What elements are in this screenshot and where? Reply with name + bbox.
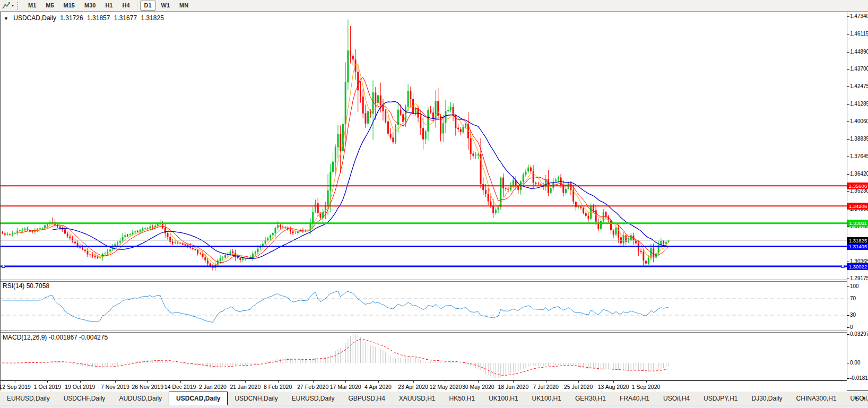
- candle-body: [347, 50, 349, 82]
- candle-body: [312, 212, 314, 223]
- candle-body: [400, 110, 401, 115]
- rsi-scale-100: 100: [850, 283, 859, 290]
- panel-separator-macd[interactable]: [0, 331, 847, 333]
- hline-anchor-marker[interactable]: [2, 265, 5, 268]
- candle-body: [663, 241, 664, 244]
- moving-average-sma21: [53, 102, 669, 259]
- candle-body: [237, 257, 239, 258]
- timeframe-button-h4[interactable]: H4: [118, 1, 134, 11]
- axis-tick: [847, 191, 849, 192]
- price-label-1.37645: 1.37645: [850, 153, 868, 160]
- price-label-1.41285: 1.41285: [850, 101, 868, 107]
- candle-body: [315, 204, 316, 212]
- chart-tab-audusd-daily-2[interactable]: AUDUSD,Daily: [112, 391, 169, 405]
- chart-canvas[interactable]: [0, 12, 847, 391]
- chart-tab-gbpusd-h4-6[interactable]: GBPUSD,H4: [341, 391, 392, 405]
- price-badge-1.31405: 1.31405: [847, 243, 868, 250]
- rsi-panel[interactable]: [0, 291, 847, 323]
- chart-tab-xauusd-h1-7[interactable]: XAUUSD,H1: [392, 391, 442, 405]
- candle-body: [558, 178, 559, 180]
- candle-body: [625, 236, 627, 242]
- candle-body: [175, 242, 176, 243]
- tab-scroll-left-icon[interactable]: ◄: [853, 395, 858, 401]
- toolbar-separator: [137, 2, 137, 10]
- toolbar-grip[interactable]: [17, 2, 20, 10]
- candle-body: [72, 238, 73, 241]
- candle-body: [167, 233, 169, 237]
- candle-body: [357, 72, 359, 90]
- chart-tab-usdcnh-daily-4[interactable]: USDCNH,Daily: [228, 391, 284, 405]
- timeframe-button-mn[interactable]: MN: [175, 1, 193, 11]
- timeframe-button-m30[interactable]: M30: [80, 1, 100, 11]
- timeframe-button-m5[interactable]: M5: [41, 1, 58, 11]
- rsi-line: [3, 291, 669, 323]
- candle-body: [457, 128, 459, 129]
- chart-tab-uk100-h1-10[interactable]: UK100,H1: [525, 391, 568, 405]
- timeframe-button-h1[interactable]: H1: [101, 1, 117, 11]
- candle-body: [352, 56, 354, 59]
- chart-tab-dj30-daily-15[interactable]: DJ30,Daily: [745, 391, 789, 405]
- dropdown-caret-icon[interactable]: ▾: [12, 3, 14, 8]
- chart-tool-icon[interactable]: [2, 2, 11, 10]
- date-label-12-sep-2019: 12 Sep 2019: [0, 384, 31, 390]
- candle-body: [613, 230, 614, 235]
- chart-window[interactable]: ▼ USDCAD,Daily 1.31726 1.31857 1.31677 1…: [0, 12, 868, 390]
- candle-body: [89, 255, 91, 255]
- candle-body: [14, 233, 16, 233]
- candle-body: [199, 254, 201, 254]
- chart-tab-uk100-h1-9[interactable]: UK100,H1: [482, 391, 525, 405]
- chart-tab-eurusd-daily-5[interactable]: EURUSD,Daily: [285, 391, 342, 405]
- chart-tab-china300-h1-16[interactable]: CHINA300,H1: [789, 391, 844, 405]
- chart-tab-usdcad-daily-3[interactable]: USDCAD,Daily: [169, 392, 228, 405]
- candle-body: [475, 155, 476, 156]
- price-panel[interactable]: [2, 20, 670, 271]
- date-label-2-jan-2020: 2 Jan 2020: [199, 384, 227, 390]
- chart-title: ▼ USDCAD,Daily 1.31726 1.31857 1.31677 1…: [4, 14, 166, 22]
- candle-body: [550, 188, 552, 193]
- hline-anchor-marker[interactable]: [841, 265, 844, 268]
- candle-body: [202, 254, 204, 257]
- axis-tick: [847, 279, 849, 279]
- timeframe-button-d1[interactable]: D1: [140, 1, 156, 11]
- candle-body: [387, 121, 389, 134]
- candle-body: [410, 91, 411, 99]
- timeframe-button-m1[interactable]: M1: [24, 1, 40, 11]
- chart-tab-usdjpy-h1-14[interactable]: USDJPY,H1: [697, 391, 744, 405]
- chart-tab-ger30-h1-11[interactable]: GER30,H1: [568, 391, 613, 405]
- candle-body: [134, 231, 136, 232]
- date-label-19-oct-2019: 19 Oct 2019: [65, 384, 95, 390]
- macd-scale-min: -0.01815: [850, 375, 868, 381]
- candle-body: [462, 127, 464, 133]
- chart-tab-fra40-h1-12[interactable]: FRA40,H1: [613, 391, 656, 405]
- candle-body: [86, 251, 88, 255]
- tab-scroll-right-icon[interactable]: ►: [862, 395, 866, 401]
- candle-body: [377, 96, 379, 103]
- collapse-triangle-icon[interactable]: ▼: [4, 16, 8, 21]
- candle-body: [207, 261, 209, 264]
- panel-separator-rsi[interactable]: [0, 280, 847, 282]
- time-axis[interactable]: 12 Sep 20191 Oct 201919 Oct 20197 Nov 20…: [0, 380, 847, 392]
- price-label-1.29175: 1.29175: [850, 275, 868, 282]
- candle-body: [495, 210, 497, 213]
- date-label-21-jan-2020: 21 Jan 2020: [230, 384, 261, 390]
- price-axis[interactable]: 1.473401.461151.448901.437001.424751.412…: [847, 12, 868, 380]
- date-label-25-jul-2020: 25 Jul 2020: [564, 384, 593, 390]
- date-label-12-may-2020: 12 May 2020: [430, 384, 462, 390]
- candle-body: [140, 230, 141, 231]
- timeframe-button-w1[interactable]: W1: [157, 1, 175, 11]
- chart-tab-hk50-h1-8[interactable]: HK50,H1: [442, 391, 482, 405]
- date-label-7-jul-2020: 7 Jul 2020: [533, 384, 559, 390]
- chart-tab-usoil-h4-13[interactable]: USOil,H4: [656, 391, 697, 405]
- candle-body: [177, 242, 178, 243]
- timeframe-button-m15[interactable]: M15: [59, 1, 79, 11]
- chart-tab-eurusd-daily-0[interactable]: EURUSD,Daily: [0, 391, 57, 405]
- candle-body: [230, 251, 231, 254]
- date-tick: [378, 381, 379, 383]
- date-tick: [578, 381, 579, 383]
- chart-tool-glyph: [2, 2, 11, 10]
- axis-tick: [847, 262, 849, 262]
- axis-tick: [847, 34, 849, 34]
- candle-body: [97, 257, 98, 258]
- candle-body: [640, 251, 642, 252]
- chart-tab-usdchf-daily-1[interactable]: USDCHF,Daily: [57, 391, 112, 405]
